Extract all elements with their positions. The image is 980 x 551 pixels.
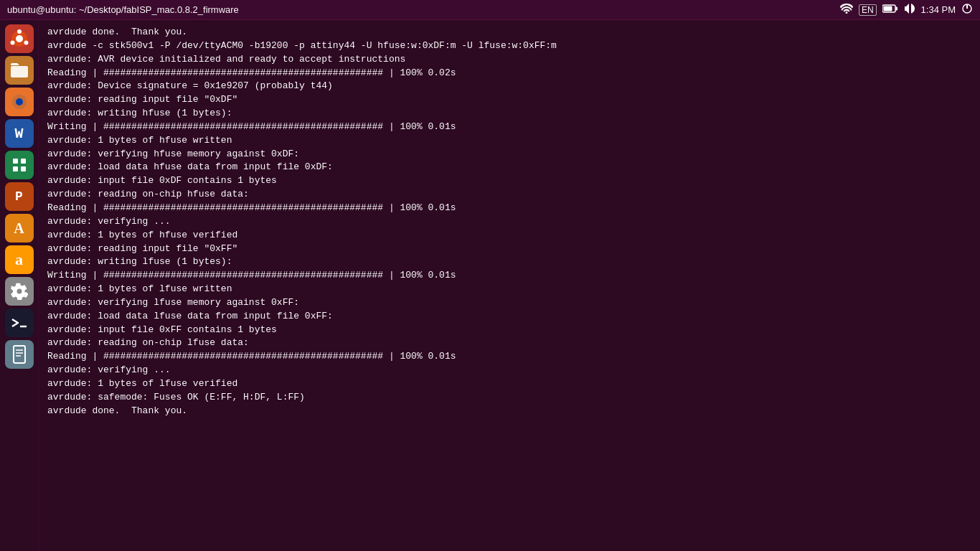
terminal-window: avrdude done. Thank you.avrdude -c stk50… — [39, 20, 980, 551]
sidebar-icon-text-editor[interactable]: A — [5, 214, 34, 242]
terminal-line: avrdude: verifying hfuse memory against … — [47, 148, 971, 161]
terminal-line: avrdude: input file 0xDF contains 1 byte… — [47, 174, 971, 188]
clock: 1:34 PM — [921, 4, 956, 15]
terminal-line: Reading | ##############################… — [47, 67, 971, 80]
topbar: ubuntu@ubuntu: ~/Desktop/fabISP_mac.0.8.… — [0, 0, 980, 20]
terminal-line: avrdude: writing lfuse (1 bytes): — [47, 255, 971, 269]
window-title: ubuntu@ubuntu: ~/Desktop/fabISP_mac.0.8.… — [7, 4, 239, 15]
svg-rect-14 — [21, 159, 26, 164]
wifi-icon — [840, 4, 853, 16]
terminal-line: avrdude -c stk500v1 -P /dev/ttyACM0 -b19… — [47, 39, 971, 53]
terminal-line: avrdude: load data hfuse data from input… — [47, 161, 971, 174]
terminal-line: avrdude: verifying lfuse memory against … — [47, 296, 971, 310]
terminal-line: Writing | ##############################… — [47, 121, 971, 134]
terminal-line: avrdude done. Thank you. — [47, 405, 971, 418]
terminal-line: Writing | ##############################… — [47, 269, 971, 283]
terminal-line: avrdude: 1 bytes of lfuse verified — [47, 377, 971, 391]
volume-icon — [904, 3, 915, 17]
svg-rect-16 — [21, 166, 26, 171]
power-icon[interactable] — [961, 3, 973, 17]
sidebar-icon-calc[interactable] — [5, 151, 34, 179]
terminal-line: avrdude: 1 bytes of lfuse written — [47, 283, 971, 296]
terminal-line: avrdude: safemode: Fuses OK (E:FF, H:DF,… — [47, 391, 971, 405]
svg-rect-1 — [895, 7, 897, 11]
svg-rect-15 — [13, 166, 18, 171]
svg-point-7 — [17, 29, 22, 34]
sidebar-icon-firefox[interactable] — [5, 88, 34, 116]
terminal-line: avrdude: reading input file "0xDF" — [47, 93, 971, 107]
terminal-line: Reading | ##############################… — [47, 350, 971, 364]
sidebar-icon-files[interactable] — [5, 56, 34, 85]
terminal-line: avrdude: input file 0xFF contains 1 byte… — [47, 324, 971, 337]
svg-point-9 — [10, 41, 14, 45]
terminal-line: avrdude: verifying ... — [47, 215, 971, 229]
terminal-line: avrdude: reading on-chip lfuse data: — [47, 336, 971, 350]
svg-rect-13 — [13, 159, 18, 164]
sidebar-icon-ubuntu[interactable] — [5, 24, 34, 53]
sidebar-icon-amazon[interactable]: a — [5, 245, 34, 274]
sidebar-icon-impress[interactable]: P — [5, 182, 34, 211]
sidebar-icon-writer[interactable]: W — [5, 119, 34, 148]
terminal-line: avrdude done. Thank you. — [47, 26, 971, 39]
topbar-right: EN 1:34 PM — [840, 3, 973, 17]
terminal-line: avrdude: load data lfuse data from input… — [47, 310, 971, 324]
terminal-line: avrdude: reading input file "0xFF" — [47, 242, 971, 256]
terminal-line: avrdude: 1 bytes of hfuse written — [47, 134, 971, 148]
svg-point-6 — [16, 35, 23, 42]
svg-point-12 — [16, 98, 23, 105]
terminal-line: avrdude: writing hfuse (1 bytes): — [47, 107, 971, 121]
sidebar-icon-doc-viewer[interactable] — [5, 340, 34, 369]
keyboard-layout: EN — [859, 4, 877, 16]
terminal-line: avrdude: reading on-chip hfuse data: — [47, 188, 971, 202]
terminal-line: avrdude: 1 bytes of hfuse verified — [47, 229, 971, 242]
battery-icon — [882, 4, 898, 15]
sidebar-icon-settings[interactable] — [5, 277, 34, 306]
terminal-line: Reading | ##############################… — [47, 202, 971, 215]
svg-rect-2 — [883, 6, 892, 11]
terminal-line: avrdude: AVR device initialized and read… — [47, 53, 971, 67]
terminal-line: avrdude: Device signature = 0x1e9207 (pr… — [47, 80, 971, 93]
sidebar: W P A a — [0, 20, 39, 551]
svg-point-8 — [24, 41, 28, 45]
svg-rect-18 — [14, 346, 25, 363]
svg-rect-10 — [11, 66, 28, 77]
sidebar-icon-terminal[interactable] — [5, 309, 34, 337]
terminal-line: avrdude: verifying ... — [47, 364, 971, 377]
